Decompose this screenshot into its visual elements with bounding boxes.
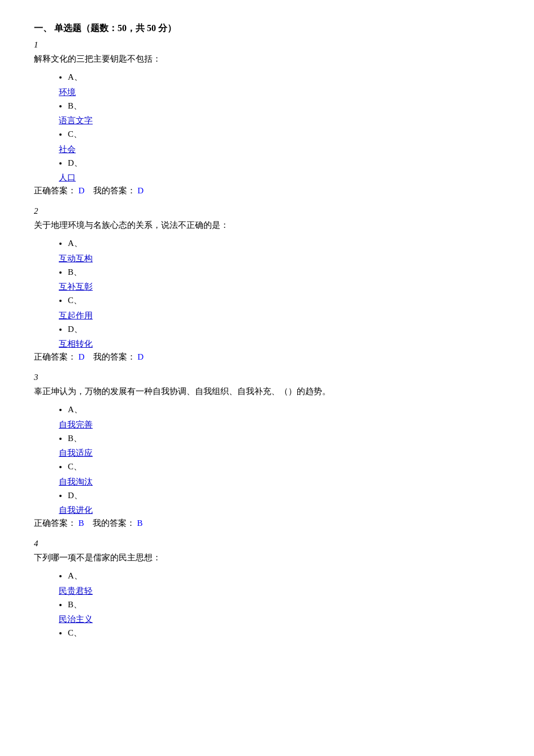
option-label-2-b: B、 bbox=[68, 267, 82, 277]
options-list-3d: D、 bbox=[34, 489, 500, 503]
question-block-3: 3 辜正坤认为，万物的发展有一种自我协调、自我组织、自我补充、（）的趋势。 A、… bbox=[34, 373, 500, 529]
spacer-1 bbox=[86, 186, 91, 195]
options-list-2c: C、 bbox=[34, 293, 500, 308]
question-number-1: 1 bbox=[34, 40, 500, 50]
question-number-4: 4 bbox=[34, 539, 500, 548]
option-link-3-c[interactable]: 自我淘汰 bbox=[59, 477, 500, 487]
option-label-3-a: A、 bbox=[68, 405, 83, 414]
option-link-1-b[interactable]: 语言文字 bbox=[59, 115, 500, 126]
option-label-2-a: A、 bbox=[68, 239, 83, 248]
option-label-4-a: A、 bbox=[68, 571, 83, 580]
options-list-3b: B、 bbox=[34, 431, 500, 446]
spacer-3 bbox=[86, 519, 91, 528]
my-answer-label-3: 我的答案： bbox=[93, 519, 135, 528]
option-4-a: A、 bbox=[68, 569, 500, 584]
option-link-2-a[interactable]: 互动互构 bbox=[59, 253, 500, 264]
options-list-2a: A、 bbox=[34, 236, 500, 251]
my-answer-value-3: B bbox=[137, 519, 143, 528]
correct-answer-value-3: B bbox=[79, 519, 84, 528]
option-2-c: C、 bbox=[68, 293, 500, 308]
option-1-a: A、 bbox=[68, 70, 500, 85]
question-number-3: 3 bbox=[34, 373, 500, 382]
option-label-3-d: D、 bbox=[68, 491, 83, 500]
option-link-2-c[interactable]: 互起作用 bbox=[59, 310, 500, 321]
option-link-1-d[interactable]: 人口 bbox=[59, 172, 500, 183]
answer-line-2: 正确答案： D 我的答案： D bbox=[34, 352, 500, 362]
question-text-2: 关于地理环境与名族心态的关系，说法不正确的是： bbox=[34, 218, 500, 232]
option-link-4-a[interactable]: 民贵君轻 bbox=[59, 586, 500, 597]
options-list-3a: A、 bbox=[34, 403, 500, 417]
option-4-b: B、 bbox=[68, 598, 500, 612]
option-label-4-b: B、 bbox=[68, 600, 82, 609]
option-label-2-c: C、 bbox=[68, 296, 82, 305]
option-3-a: A、 bbox=[68, 403, 500, 417]
option-label-1-b: B、 bbox=[68, 101, 82, 110]
options-list-1b: B、 bbox=[34, 99, 500, 114]
correct-answer-value-2: D bbox=[79, 352, 85, 361]
option-link-3-b[interactable]: 自我适应 bbox=[59, 448, 500, 459]
options-list-4c: C、 bbox=[34, 626, 500, 641]
my-answer-label-1: 我的答案： bbox=[93, 186, 136, 195]
options-list-1c: C、 bbox=[34, 127, 500, 142]
my-answer-value-1: D bbox=[137, 186, 144, 195]
option-1-b: B、 bbox=[68, 99, 500, 114]
option-3-d: D、 bbox=[68, 489, 500, 503]
option-label-2-d: D、 bbox=[68, 325, 83, 334]
option-3-b: B、 bbox=[68, 431, 500, 446]
answer-line-3: 正确答案： B 我的答案： B bbox=[34, 518, 500, 529]
option-1-c: C、 bbox=[68, 127, 500, 142]
question-text-1: 解释文化的三把主要钥匙不包括： bbox=[34, 52, 500, 66]
option-link-1-a[interactable]: 环境 bbox=[59, 87, 500, 98]
option-2-b: B、 bbox=[68, 265, 500, 280]
option-label-1-c: C、 bbox=[68, 129, 82, 139]
question-text-3: 辜正坤认为，万物的发展有一种自我协调、自我组织、自我补充、（）的趋势。 bbox=[34, 385, 500, 398]
option-label-3-b: B、 bbox=[68, 434, 82, 443]
option-1-d: D、 bbox=[68, 156, 500, 171]
option-label-1-a: A、 bbox=[68, 72, 83, 81]
option-link-1-c[interactable]: 社会 bbox=[59, 144, 500, 155]
correct-answer-label-1: 正确答案： bbox=[34, 186, 76, 195]
question-number-2: 2 bbox=[34, 206, 500, 216]
correct-answer-label-3: 正确答案： bbox=[34, 519, 76, 528]
option-3-c: C、 bbox=[68, 460, 500, 474]
my-answer-label-2: 我的答案： bbox=[93, 352, 136, 361]
correct-answer-value-1: D bbox=[79, 186, 85, 195]
options-list-2b: B、 bbox=[34, 265, 500, 280]
option-2-a: A、 bbox=[68, 236, 500, 251]
question-block-4: 4 下列哪一项不是儒家的民主思想： A、 民贵君轻 B、 民治主义 C、 bbox=[34, 539, 500, 641]
option-link-3-d[interactable]: 自我进化 bbox=[59, 505, 500, 516]
option-label-3-c: C、 bbox=[68, 462, 82, 471]
option-label-1-d: D、 bbox=[68, 158, 83, 167]
options-list-2d: D、 bbox=[34, 322, 500, 337]
option-label-4-c: C、 bbox=[68, 628, 82, 637]
answer-line-1: 正确答案： D 我的答案： D bbox=[34, 185, 500, 196]
option-link-2-d[interactable]: 互相转化 bbox=[59, 339, 500, 349]
correct-answer-label-2: 正确答案： bbox=[34, 352, 76, 361]
section-title: 一、 单选题（题数：50，共 50 分） bbox=[34, 23, 500, 34]
option-2-d: D、 bbox=[68, 322, 500, 337]
question-block-1: 1 解释文化的三把主要钥匙不包括： A、 环境 B、 语言文字 C、 社会 D、… bbox=[34, 40, 500, 196]
option-link-2-b[interactable]: 互补互彰 bbox=[59, 282, 500, 292]
options-list-4a: A、 bbox=[34, 569, 500, 584]
options-list-3c: C、 bbox=[34, 460, 500, 474]
options-list-4b: B、 bbox=[34, 598, 500, 612]
question-text-4: 下列哪一项不是儒家的民主思想： bbox=[34, 551, 500, 564]
option-link-3-a[interactable]: 自我完善 bbox=[59, 420, 500, 430]
option-link-4-b[interactable]: 民治主义 bbox=[59, 614, 500, 625]
options-list-1: A、 bbox=[34, 70, 500, 85]
option-4-c: C、 bbox=[68, 626, 500, 641]
options-list-1d: D、 bbox=[34, 156, 500, 171]
my-answer-value-2: D bbox=[137, 352, 144, 361]
spacer-2 bbox=[86, 352, 91, 361]
question-block-2: 2 关于地理环境与名族心态的关系，说法不正确的是： A、 互动互构 B、 互补互… bbox=[34, 206, 500, 362]
